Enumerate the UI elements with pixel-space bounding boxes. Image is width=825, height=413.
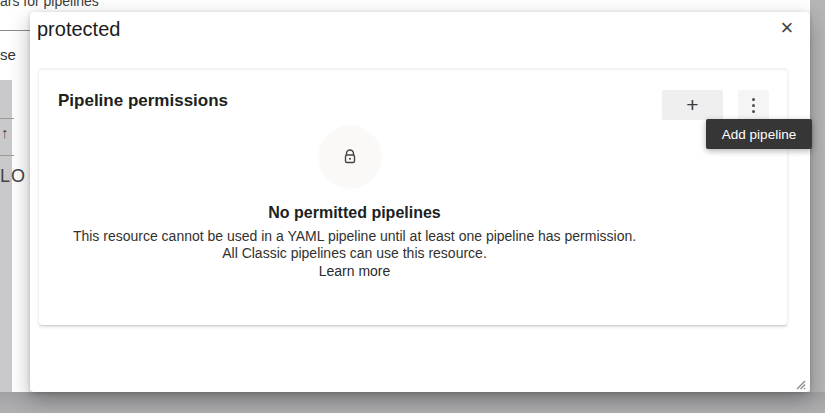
more-options-button[interactable] [738,90,769,120]
background-right-margin [810,0,825,413]
background-bottom-margin [0,392,825,413]
empty-state-description: All Classic pipelines can use this resou… [39,245,670,262]
pipeline-permissions-dialog: protected × Pipeline permissions + [30,12,810,392]
lock-icon [341,148,359,166]
card-heading: Pipeline permissions [58,91,228,111]
empty-state: No permitted pipelines This resource can… [39,204,670,280]
dialog-title: protected [37,18,120,41]
background-text-fragment: se [0,46,16,63]
more-vertical-icon [752,104,755,107]
background-arrow-fragment: ↑ [1,124,9,141]
add-pipeline-tooltip: Add pipeline [706,119,812,149]
background-divider [0,30,30,31]
add-pipeline-button[interactable]: + [662,90,723,120]
more-vertical-icon [752,110,755,113]
background-page-text: ars for pipelines [0,0,99,9]
empty-state-illustration [318,125,382,189]
background-divider [0,118,14,119]
more-vertical-icon [752,98,755,101]
screen: ars for pipelines se ↑ LO protected × Pi… [0,0,825,413]
plus-icon: + [686,94,698,115]
background-text-fragment: LO [0,166,26,187]
empty-state-title: No permitted pipelines [39,204,670,222]
resize-grip-icon[interactable] [791,375,807,391]
background-divider [0,155,14,156]
learn-more-link[interactable]: Learn more [319,263,391,280]
pipeline-permissions-card: Pipeline permissions + No permitted pipe… [39,69,787,325]
empty-state-description: This resource cannot be used in a YAML p… [39,228,670,245]
close-icon[interactable]: × [774,15,800,41]
